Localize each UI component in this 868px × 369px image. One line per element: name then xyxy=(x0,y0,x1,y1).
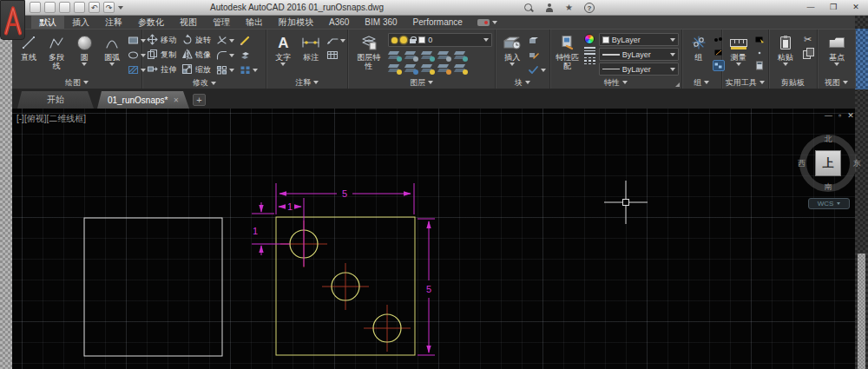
panel-clipboard-label[interactable]: 剪贴板 xyxy=(769,76,817,89)
linetype-dropdown[interactable]: ByLayer xyxy=(599,63,679,76)
open-file-icon[interactable] xyxy=(44,2,56,13)
layer-tool-icon[interactable] xyxy=(421,64,433,73)
object-color-dropdown[interactable]: ByLayer xyxy=(599,33,679,46)
new-drawing-button[interactable]: + xyxy=(193,94,206,106)
layer-tool-icon[interactable] xyxy=(388,51,400,60)
copy-tool[interactable]: 复制 xyxy=(147,48,176,63)
layer-tool-icon[interactable] xyxy=(454,64,466,73)
tab-start[interactable]: 开始 xyxy=(17,91,94,109)
viewport-restore-icon[interactable]: ▫ xyxy=(838,111,841,120)
panel-layers-label[interactable]: 图层 xyxy=(348,76,495,89)
array-dropdown-icon[interactable] xyxy=(229,69,234,72)
arc-tool[interactable]: 圆弧 xyxy=(100,33,124,66)
attributes-dropdown-icon[interactable] xyxy=(541,69,546,72)
undo-icon[interactable]: ↶ xyxy=(89,2,100,13)
viewcube-west-label[interactable]: 西 xyxy=(798,158,806,169)
tab-annotate[interactable]: 注释 xyxy=(97,16,130,29)
leader-tool[interactable] xyxy=(326,34,345,47)
color-wheel-icon[interactable] xyxy=(584,34,595,44)
app-menu-button[interactable] xyxy=(0,0,25,40)
circle-dropdown-icon[interactable] xyxy=(82,63,87,66)
panel-block-label[interactable]: 块 xyxy=(496,76,549,89)
viewcube-south-label[interactable]: 南 xyxy=(825,181,832,193)
measure-dropdown-icon[interactable] xyxy=(736,63,741,66)
table-tool[interactable] xyxy=(326,49,345,62)
tab-close-icon[interactable]: ✕ xyxy=(173,96,179,104)
stretch-tool[interactable]: 拉伸 xyxy=(147,63,176,77)
new-file-icon[interactable] xyxy=(30,2,41,13)
blue-array-dropdown-icon[interactable] xyxy=(253,69,258,72)
search-icon[interactable] xyxy=(524,3,534,13)
redo-icon[interactable]: ↷ xyxy=(103,2,115,13)
circle-tool[interactable]: 圆 xyxy=(72,33,96,66)
point-tool[interactable] xyxy=(753,47,766,58)
layer-tool-icon[interactable] xyxy=(454,51,466,60)
viewport-close-icon[interactable]: ✕ xyxy=(847,111,854,120)
tab-parametric[interactable]: 参数化 xyxy=(130,16,172,29)
panel-properties-label[interactable]: 特性 xyxy=(550,76,681,89)
layer-on-icon[interactable] xyxy=(391,37,398,43)
tab-output[interactable]: 输出 xyxy=(238,16,271,29)
plot-icon[interactable] xyxy=(74,2,85,13)
layer-color-swatch[interactable] xyxy=(418,36,425,43)
layer-tool-icon[interactable] xyxy=(388,64,400,73)
layer-thaw-icon[interactable] xyxy=(400,36,407,43)
fillet-dropdown-icon[interactable] xyxy=(229,54,234,57)
arc-dropdown-icon[interactable] xyxy=(109,63,115,66)
quick-select-tool[interactable] xyxy=(753,34,766,45)
panel-group-label[interactable]: 组 xyxy=(682,76,721,89)
tab-bim360[interactable]: BIM 360 xyxy=(357,16,404,29)
layer-tool-icon[interactable] xyxy=(421,51,433,60)
signin-icon[interactable] xyxy=(545,3,554,13)
erase-tool[interactable] xyxy=(240,34,258,47)
edit-block-tool[interactable] xyxy=(528,49,546,62)
trim-dropdown-icon[interactable] xyxy=(229,39,234,43)
panel-view-label[interactable]: 视图 xyxy=(818,76,855,89)
viewport-controls-label[interactable]: [-][俯视][二维线框] xyxy=(16,113,86,125)
copy-clip-tool[interactable] xyxy=(802,47,814,58)
layer-unlock-icon[interactable] xyxy=(410,39,416,43)
tab-addins[interactable]: 附加模块 xyxy=(271,16,321,29)
paste-button[interactable]: 粘贴 xyxy=(773,33,798,66)
leader-dropdown-icon[interactable] xyxy=(340,39,345,43)
text-dropdown-icon[interactable] xyxy=(280,63,286,66)
trim-tool[interactable] xyxy=(216,34,234,47)
tab-a360[interactable]: A360 xyxy=(321,16,357,29)
lineweight-dropdown[interactable]: ByLayer xyxy=(599,48,679,61)
panel-draw-label[interactable]: 绘图 xyxy=(12,76,141,89)
fillet-tool[interactable] xyxy=(216,49,234,62)
viewcube-east-label[interactable]: 东 xyxy=(853,158,861,169)
group-button[interactable]: 组 xyxy=(687,33,711,62)
scale-tool[interactable]: 缩放 xyxy=(181,63,211,77)
tab-insert[interactable]: 插入 xyxy=(64,16,97,29)
layer-dropdown-icon[interactable] xyxy=(483,38,489,42)
wcs-menu[interactable]: WCS xyxy=(808,198,850,209)
desktop-edge-right-scrollbar[interactable] xyxy=(858,254,865,369)
layer-properties-button[interactable]: 图层特性 xyxy=(352,33,385,71)
paste-dropdown-icon[interactable] xyxy=(783,63,788,66)
base-view-dropdown-icon[interactable] xyxy=(834,63,839,66)
mirror-tool[interactable]: 镜像 xyxy=(181,48,211,63)
properties-dialog-launcher[interactable] xyxy=(675,82,680,87)
viewport-minimize-icon[interactable]: — xyxy=(825,111,832,120)
layer-dropdown[interactable]: 0 xyxy=(388,33,492,47)
rotate-tool[interactable]: 旋转 xyxy=(181,33,211,48)
tab-view[interactable]: 视图 xyxy=(172,16,205,29)
panel-annotation-label[interactable]: 注释 xyxy=(266,76,347,89)
calculator-tool[interactable] xyxy=(753,60,766,71)
minimize-button[interactable]: — xyxy=(799,1,822,13)
white-square[interactable] xyxy=(84,218,222,356)
viewcube-top-face[interactable]: 上 xyxy=(815,150,841,176)
panel-modify-label[interactable]: 修改 xyxy=(142,77,266,89)
performance-recorder-button[interactable] xyxy=(477,16,497,29)
dimension-tool[interactable]: 标注 xyxy=(299,33,323,62)
polyline-tool[interactable]: 多段线 xyxy=(44,33,69,71)
measure-button[interactable]: 测量 xyxy=(727,33,751,66)
match-properties-button[interactable]: 特性匹配 xyxy=(555,33,581,71)
layer-tool-icon[interactable] xyxy=(437,64,450,73)
tab-home[interactable]: 默认 xyxy=(31,16,64,29)
create-block-tool[interactable] xyxy=(528,34,546,47)
tab-drawing[interactable]: 01_runOsnaps* ✕ xyxy=(97,91,189,109)
array-tool[interactable] xyxy=(216,63,234,76)
tab-performance[interactable]: Performance xyxy=(405,16,470,29)
